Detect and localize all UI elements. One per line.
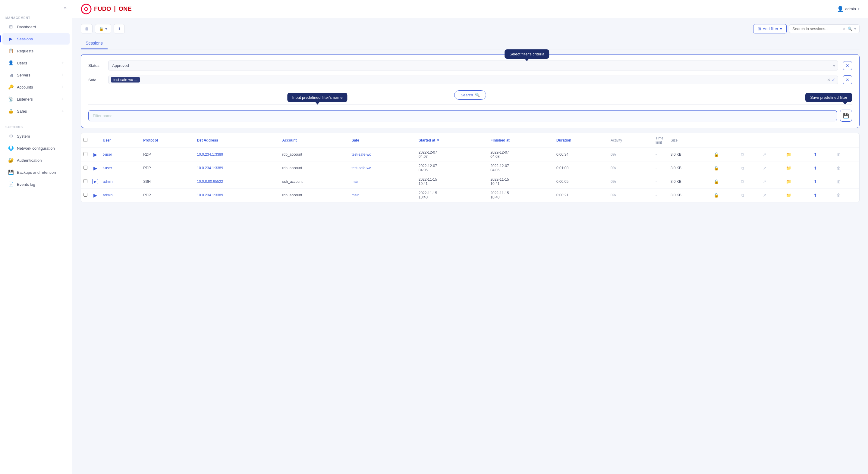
main-area: FUDO | ONE 👤 admin ▾ 🗑 🔒 ▾ ⬆	[72, 0, 868, 474]
row-action-lock[interactable]: 🔒	[711, 161, 739, 175]
sidebar-item-requests[interactable]: 📋 Requests	[2, 45, 70, 57]
row-action-delete[interactable]: 🗑	[834, 189, 859, 202]
row-action-copy[interactable]: ⧉	[739, 161, 761, 175]
row-action-export[interactable]: ⬆	[811, 161, 834, 175]
search-dropdown-chevron[interactable]: ▾	[854, 27, 856, 31]
safe-col-header[interactable]: Safe	[349, 133, 416, 148]
play-button[interactable]: ▶	[93, 193, 97, 198]
safe-tag-remove[interactable]: —	[134, 78, 137, 81]
row-user: admin	[100, 189, 141, 202]
table-row: ▶ admin RDP 10.0.234.1:3389 rdp_account …	[81, 189, 859, 202]
row-finished-at: 2022-11-15 10:40	[488, 189, 554, 202]
search-button[interactable]: Search 🔍	[454, 90, 486, 100]
protocol-col-header[interactable]: Protocol	[141, 133, 194, 148]
account-col-header[interactable]: Account	[280, 133, 349, 148]
row-action-lock[interactable]: 🔒	[711, 148, 739, 161]
sidebar-item-backups[interactable]: 💾 Backups and retention	[2, 167, 70, 178]
upload-button[interactable]: ⬆	[114, 24, 125, 33]
play-button[interactable]: ▶	[93, 152, 97, 158]
row-action-copy[interactable]: ⧉	[739, 148, 761, 161]
sidebar-item-authentication[interactable]: 🔐 Authentication	[2, 155, 70, 166]
sidebar-item-listeners[interactable]: 📡 Listeners +	[2, 93, 70, 105]
row-checkbox[interactable]	[84, 152, 87, 156]
row-activity: 0%	[608, 189, 653, 202]
size-col-header[interactable]: Size	[668, 133, 711, 148]
row-action-export[interactable]: ⬆	[811, 189, 834, 202]
duration-col-header[interactable]: Duration	[554, 133, 608, 148]
row-action-folder[interactable]: 📁	[784, 189, 811, 202]
sidebar-item-servers[interactable]: 🖥 Servers +	[2, 69, 70, 81]
lock-chevron: ▾	[105, 27, 107, 31]
finished-at-col-header[interactable]: Finished at	[488, 133, 554, 148]
delete-button[interactable]: 🗑	[81, 24, 93, 33]
sidebar-item-safes[interactable]: 🔒 Safes +	[2, 105, 70, 117]
row-checkbox[interactable]	[84, 179, 87, 183]
row-action-link[interactable]: ↗	[761, 189, 784, 202]
row-action-copy[interactable]: ⧉	[739, 175, 761, 189]
sidebar-item-label: Accounts	[17, 85, 33, 90]
status-clear-button[interactable]: ✕	[843, 61, 852, 70]
sidebar-item-label: Safes	[17, 109, 27, 113]
play-button[interactable]: ▶	[92, 179, 98, 184]
select-all-checkbox[interactable]	[84, 138, 87, 142]
search-input[interactable]	[792, 27, 841, 31]
status-select[interactable]: Approved Pending Rejected	[108, 61, 838, 70]
sidebar-item-sessions[interactable]: ▶ Sessions	[2, 33, 70, 44]
sidebar-item-network[interactable]: 🌐 Network configuration	[2, 142, 70, 154]
safe-tag-input[interactable]: test-safe-wc — ✕ ✓	[108, 76, 838, 84]
row-action-export[interactable]: ⬆	[811, 175, 834, 189]
user-name-label: admin	[845, 7, 856, 11]
sidebar-item-events[interactable]: 📄 Events log	[2, 178, 70, 190]
sidebar-item-dashboard[interactable]: ⊞ Dashboard	[2, 21, 70, 33]
add-safes-icon[interactable]: +	[61, 108, 64, 114]
row-action-copy[interactable]: ⧉	[739, 189, 761, 202]
row-action-lock[interactable]: 🔒	[711, 189, 739, 202]
dashboard-icon: ⊞	[8, 24, 14, 30]
row-action-link[interactable]: ↗	[761, 161, 784, 175]
sidebar-item-users[interactable]: 👤 Users +	[2, 57, 70, 69]
svg-point-1	[85, 7, 88, 10]
row-action-link[interactable]: ↗	[761, 175, 784, 189]
filter-name-input[interactable]	[88, 110, 837, 121]
sidebar-item-accounts[interactable]: 🔑 Accounts +	[2, 81, 70, 93]
add-users-icon[interactable]: +	[61, 60, 64, 66]
row-action-delete[interactable]: 🗑	[834, 175, 859, 189]
row-action-export[interactable]: ⬆	[811, 148, 834, 161]
row-action-lock[interactable]: 🔒	[711, 175, 739, 189]
sidebar-item-system[interactable]: ⚙ System	[2, 130, 70, 142]
tab-sessions[interactable]: Sessions	[81, 38, 107, 49]
user-col-header[interactable]: User	[100, 133, 141, 148]
row-action-folder[interactable]: 📁	[784, 161, 811, 175]
play-button[interactable]: ▶	[93, 165, 97, 171]
safe-clear-button[interactable]: ✕	[843, 75, 852, 84]
started-at-col-header[interactable]: Started at ▼	[416, 133, 488, 148]
row-user: admin	[100, 175, 141, 189]
row-action-delete[interactable]: 🗑	[834, 161, 859, 175]
user-menu[interactable]: 👤 admin ▾	[837, 6, 860, 12]
row-checkbox[interactable]	[84, 166, 87, 170]
safe-clear-icon[interactable]: ✕	[827, 77, 831, 82]
add-filter-button[interactable]: ⊞ Add filter ▾	[753, 24, 786, 33]
add-accounts-icon[interactable]: +	[61, 84, 64, 90]
dst-address-col-header[interactable]: Dst Address	[194, 133, 280, 148]
add-listeners-icon[interactable]: +	[61, 96, 64, 102]
row-checkbox[interactable]	[84, 193, 87, 197]
collapse-button[interactable]: «	[64, 5, 67, 10]
save-filter-button[interactable]: 💾	[840, 110, 852, 122]
row-time-limit: -	[653, 175, 668, 189]
safe-check-icon[interactable]: ✓	[832, 77, 835, 82]
row-action-folder[interactable]: 📁	[784, 148, 811, 161]
row-action-delete[interactable]: 🗑	[834, 148, 859, 161]
row-size: 3.0 KB	[668, 161, 711, 175]
lock-button[interactable]: 🔒 ▾	[95, 24, 111, 33]
add-servers-icon[interactable]: +	[61, 72, 64, 78]
row-action-link[interactable]: ↗	[761, 148, 784, 161]
row-action-folder[interactable]: 📁	[784, 175, 811, 189]
row-duration: 0:00:05	[554, 175, 608, 189]
save-filter-tooltip-arrow	[843, 102, 847, 104]
search-clear-button[interactable]: ✕	[842, 27, 846, 31]
time-limit-col-header[interactable]: Time limit	[653, 133, 668, 148]
activity-col-header[interactable]: Activity	[608, 133, 653, 148]
table-row: ▶ t-user RDP 10.0.234.1:3389 rdp_account…	[81, 148, 859, 161]
criteria-tooltip-bubble: Select filter's criteria	[504, 49, 549, 59]
